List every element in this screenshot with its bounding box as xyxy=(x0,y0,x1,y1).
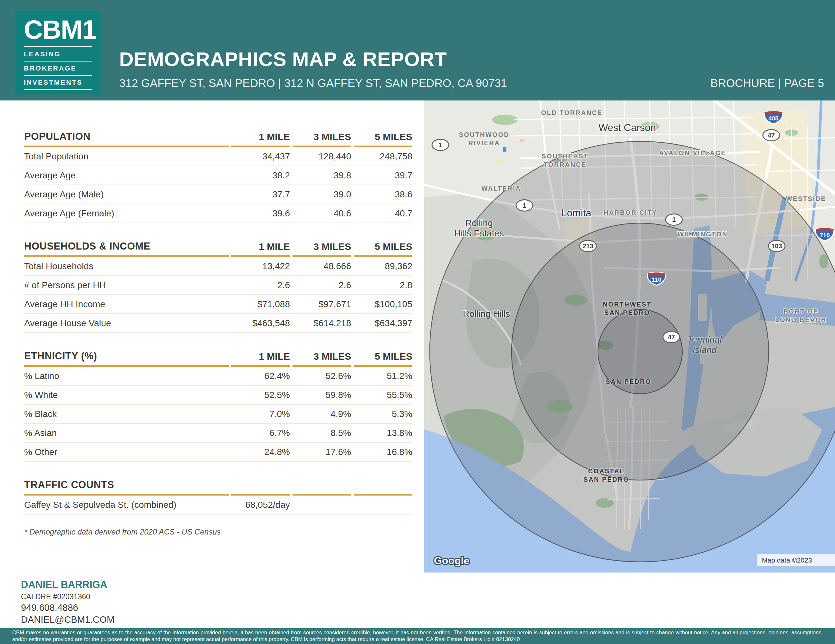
gold-divider xyxy=(24,494,413,496)
data-source-footnote: * Demographic data derived from 2020 ACS… xyxy=(24,527,413,537)
svg-text:47: 47 xyxy=(768,132,775,139)
row-value: 248,758 xyxy=(351,151,413,162)
logo-brand: CBM1 xyxy=(24,16,92,47)
map-label: AVALON VILLAGE xyxy=(659,149,726,156)
row-value: 17.6% xyxy=(290,447,351,457)
row-value: 39.0 xyxy=(290,189,351,200)
row-label: Average Age (Female) xyxy=(24,208,229,219)
row-value: $614,218 xyxy=(290,318,351,328)
table-row: Total Households13,42248,66689,362 xyxy=(24,257,413,276)
row-label: Average HH Income xyxy=(24,299,229,310)
row-value: 13.8% xyxy=(351,428,413,438)
page-number-label: BROCHURE | PAGE 5 xyxy=(710,77,824,89)
row-value: $100,105 xyxy=(351,299,413,310)
highway-shield-47: 47 xyxy=(763,130,780,141)
map-label: Rolling Hills xyxy=(463,309,510,319)
row-value: 62.4% xyxy=(229,371,290,381)
table-row: Average House Value$463,548$614,218$634,… xyxy=(24,314,413,333)
svg-text:213: 213 xyxy=(582,242,593,250)
row-label: Average Age (Male) xyxy=(24,189,229,200)
section-title: ETHNICITY (%) xyxy=(24,350,229,362)
svg-text:110: 110 xyxy=(652,276,662,283)
row-value: 40.6 xyxy=(290,208,351,219)
row-value: 37.7 xyxy=(229,189,290,200)
highway-shield-47: 47 xyxy=(663,332,680,343)
highway-shield-213: 213 xyxy=(580,240,596,252)
row-label: Gaffey St & Sepulveda St. (combined) xyxy=(24,500,229,510)
map-label: WILMINGTON xyxy=(677,230,728,238)
row-value: 38.6 xyxy=(351,189,413,200)
row-value: 7.0% xyxy=(229,409,290,419)
row-value: 2.6 xyxy=(229,280,290,290)
row-label: Average Age xyxy=(24,170,229,181)
column-header-3: 5 MILES xyxy=(351,131,413,142)
map-label: OLD TORRANCE xyxy=(541,109,603,116)
agent-name: DANIEL BARRIGA xyxy=(21,579,114,590)
section-title: POPULATION xyxy=(24,131,229,142)
row-value: 38.2 xyxy=(229,170,290,181)
row-value: 6.7% xyxy=(229,428,290,438)
row-value: 4.9% xyxy=(290,409,351,419)
column-header-1: 1 MILE xyxy=(229,241,290,252)
highway-shield-1: 1 xyxy=(666,214,682,225)
row-value: $463,548 xyxy=(229,318,290,328)
table-row: Average HH Income$71,088$97,671$100,105 xyxy=(24,295,413,314)
table-row: Average Age38.239.839.7 xyxy=(24,166,413,185)
row-label: % Other xyxy=(24,447,229,457)
property-address: 312 GAFFEY ST, SAN PEDRO | 312 N GAFFEY … xyxy=(119,77,507,89)
map-label: Lomita xyxy=(561,208,591,219)
agent-email[interactable]: DANIEL@CBM1.COM xyxy=(21,614,114,625)
map-label: West Carson xyxy=(599,122,656,133)
row-value: $634,397 xyxy=(351,318,413,328)
svg-text:47: 47 xyxy=(668,334,675,341)
column-header-1: 1 MILE xyxy=(229,351,290,362)
cbm1-logo: CBM1 LEASING BROKERAGE INVESTMENTS xyxy=(15,11,101,94)
row-value: 48,666 xyxy=(290,261,351,271)
map-label: WALTERIA xyxy=(482,185,521,192)
table-row: % Black7.0%4.9%5.3% xyxy=(24,405,413,424)
svg-text:1: 1 xyxy=(439,141,442,148)
table-row: % Latino62.4%52.6%51.2% xyxy=(24,367,413,386)
google-logo[interactable]: Google xyxy=(434,555,469,566)
row-value: 2.6 xyxy=(290,280,351,290)
agent-contact-block: DANIEL BARRIGA CALDRE #02031360 949.608.… xyxy=(21,579,114,625)
row-value: 2.8 xyxy=(351,280,413,290)
row-value: 5.3% xyxy=(351,409,413,419)
radius-map[interactable]: OLD TORRANCEWest CarsonSOUTHWOODRIVIERAS… xyxy=(424,101,835,573)
gold-divider xyxy=(24,255,413,257)
row-value: 68,052/day xyxy=(229,500,290,510)
disclaimer-text: CBM makes no warranties or guarantees as… xyxy=(12,629,823,642)
row-label: % White xyxy=(24,390,229,400)
column-header-2: 3 MILES xyxy=(290,241,351,252)
row-value: 39.8 xyxy=(290,170,351,181)
row-value: 34,437 xyxy=(229,151,290,162)
section-traffic: TRAFFIC COUNTSGaffey St & Sepulveda St. … xyxy=(24,475,413,514)
svg-text:103: 103 xyxy=(771,242,782,250)
column-header-2: 3 MILES xyxy=(290,351,351,362)
row-label: % Asian xyxy=(24,428,229,438)
row-value: 52.5% xyxy=(229,390,290,400)
table-row: Average Age (Male)37.739.038.6 xyxy=(24,185,413,204)
agent-license: CALDRE #02031360 xyxy=(21,592,114,601)
google-map-canvas[interactable]: OLD TORRANCEWest CarsonSOUTHWOODRIVIERAS… xyxy=(424,101,835,573)
row-value: 16.8% xyxy=(351,447,413,457)
logo-line-investments: INVESTMENTS xyxy=(24,76,92,90)
radius-rings xyxy=(430,141,835,562)
agent-phone[interactable]: 949.608.4886 xyxy=(21,602,114,613)
column-header-1: 1 MILE xyxy=(229,131,290,142)
row-label: % Latino xyxy=(24,371,229,381)
column-header-2: 3 MILES xyxy=(290,131,351,142)
row-label: Average House Value xyxy=(24,318,229,328)
row-value: 55.5% xyxy=(351,390,413,400)
table-row: Total Population34,437128,440248,758 xyxy=(24,147,413,166)
svg-text:710: 710 xyxy=(820,232,830,238)
row-value: 40.7 xyxy=(351,208,413,219)
gold-divider xyxy=(24,365,413,367)
page-header: CBM1 LEASING BROKERAGE INVESTMENTS DEMOG… xyxy=(0,0,835,101)
section-households: HOUSEHOLDS & INCOME1 MILE3 MILES5 MILEST… xyxy=(24,236,413,333)
row-value: 128,440 xyxy=(290,151,351,162)
row-value: 89,362 xyxy=(351,261,413,271)
table-row: % White52.5%59.8%55.5% xyxy=(24,386,413,405)
highway-shield-1: 1 xyxy=(516,200,533,211)
logo-line-brokerage: BROKERAGE xyxy=(24,62,92,76)
